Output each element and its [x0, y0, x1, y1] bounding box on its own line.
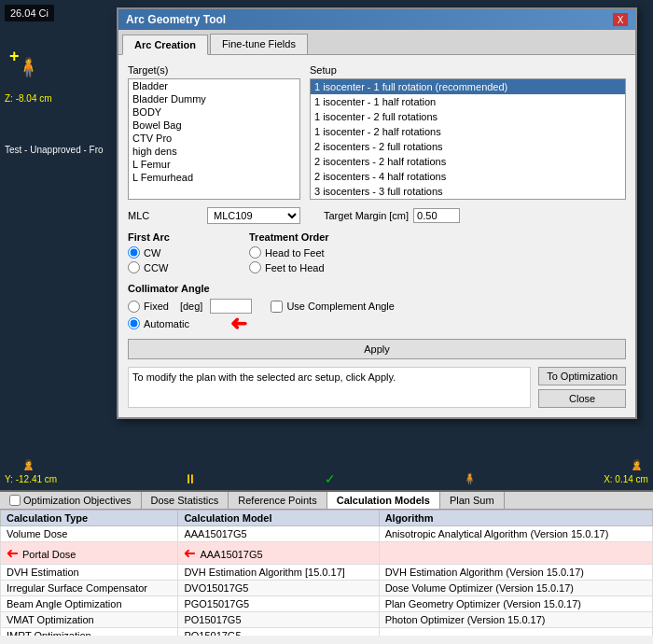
setup-item-0[interactable]: 1 isocenter - 1 full rotation (recommend…: [311, 79, 625, 94]
target-body[interactable]: BODY: [129, 105, 299, 119]
close-button[interactable]: Close: [538, 389, 626, 408]
treatment-order-group: Head to Feet Feet to Head: [249, 246, 626, 273]
cell-calc-type: Beam Angle Optimization: [1, 596, 178, 612]
targets-label: Target(s): [128, 64, 300, 76]
cell-algorithm: [379, 542, 652, 565]
cell-calc-type: IMRT Optimization: [1, 628, 178, 637]
collimator-title: Collimator Angle: [128, 283, 626, 294]
setup-section: Setup 1 isocenter - 1 full rotation (rec…: [310, 64, 626, 200]
setup-item-6[interactable]: 2 isocenters - 4 half rotations: [311, 169, 625, 184]
setup-item-1[interactable]: 1 isocenter - 1 half rotation: [311, 94, 625, 109]
pause-icon: ⏸: [184, 471, 197, 486]
setup-item-7[interactable]: 3 isocenters - 3 full rotations: [311, 184, 625, 199]
dialog-titlebar: Arc Geometry Tool X: [118, 9, 635, 30]
fixed-radio[interactable]: [128, 301, 140, 313]
cw-radio[interactable]: [128, 246, 140, 259]
first-arc-section: First Arc CW CCW: [128, 231, 240, 273]
complement-checkbox[interactable]: [271, 301, 283, 313]
patient-figure-top: 🧍: [17, 56, 40, 78]
target-bladder[interactable]: Bladder: [129, 79, 299, 92]
tab-fine-tune[interactable]: Fine-tune Fields: [210, 34, 308, 54]
target-bladder-dummy[interactable]: Bladder Dummy: [129, 92, 299, 105]
head-to-feet-radio[interactable]: [249, 246, 261, 259]
arc-direction-group: CW CCW: [128, 246, 240, 273]
cell-calc-type: Volume Dose: [1, 526, 178, 542]
targets-listbox-wrapper: Bladder Bladder Dummy BODY Bowel Bag CTV…: [128, 78, 300, 200]
opt-obj-checkbox[interactable]: [9, 495, 21, 506]
cell-calc-model: DVO15017G5: [178, 581, 379, 596]
calc-models-label: Calculation Models: [337, 495, 430, 506]
target-l-femurhead[interactable]: L Femurhead: [129, 171, 299, 184]
dose-overlay: 26.04 Ci: [5, 5, 54, 21]
ccw-radio[interactable]: [128, 261, 140, 273]
cell-calc-type: VMAT Optimization: [1, 612, 178, 628]
cell-calc-model: PGO15017G5: [178, 596, 379, 612]
complement-label[interactable]: Use Complement Angle: [271, 301, 395, 313]
close-x-button[interactable]: X: [613, 13, 628, 26]
automatic-radio[interactable]: [128, 317, 140, 329]
automatic-radio-label[interactable]: Automatic: [128, 317, 189, 329]
tab-arc-creation[interactable]: Arc Creation: [122, 35, 208, 55]
bottom-panel: Optimization Objectives Dose Statistics …: [0, 490, 653, 644]
status-bar: Y: -12.41 cm ⏸ ✓ 🧍 X: 0.14 cm: [0, 470, 653, 487]
feet-to-head-label[interactable]: Feet to Head: [249, 261, 626, 273]
table-row: IMRT OptimizationPO15017G5: [1, 628, 653, 637]
setup-item-5[interactable]: 2 isocenters - 2 half rotations: [311, 154, 625, 169]
cell-calc-model: PO15017G5: [178, 628, 379, 637]
tab-opt-objectives[interactable]: Optimization Objectives: [0, 492, 142, 509]
dose-stats-label: Dose Statistics: [151, 495, 219, 506]
target-margin-label: Target Margin [cm]: [324, 210, 409, 221]
fixed-radio-label[interactable]: Fixed: [128, 301, 169, 313]
setup-item-3[interactable]: 1 isocenter - 2 half rotations: [311, 124, 625, 139]
mlc-row: MLC MLC109 Target Margin [cm]: [128, 207, 626, 224]
arc-treatment-row: First Arc CW CCW Treatment Order: [128, 231, 626, 273]
tab-calc-models[interactable]: Calculation Models: [327, 492, 440, 509]
feet-to-head-radio[interactable]: [249, 261, 261, 273]
head-to-feet-label[interactable]: Head to Feet: [249, 246, 626, 259]
targets-listbox[interactable]: Bladder Bladder Dummy BODY Bowel Bag CTV…: [128, 78, 300, 200]
col-algorithm: Algorithm: [379, 511, 652, 526]
arc-geometry-dialog: Arc Geometry Tool X Arc Creation Fine-tu…: [117, 7, 637, 419]
target-bowel-bag[interactable]: Bowel Bag: [129, 119, 299, 132]
calc-models-table-container: Calculation Type Calculation Model Algor…: [0, 510, 653, 636]
automatic-row: Automatic ➜: [128, 317, 626, 329]
cell-algorithm: [379, 628, 652, 637]
x-coord: X: 0.14 cm: [604, 474, 648, 484]
status-label: Test - Unapproved - Fro: [5, 145, 104, 155]
complement-text: Use Complement Angle: [286, 301, 395, 312]
cell-calc-model: DVH Estimation Algorithm [15.0.17]: [178, 565, 379, 581]
tab-dose-statistics[interactable]: Dose Statistics: [142, 492, 229, 509]
figure-icon: 🧍: [463, 472, 477, 485]
status-message: To modify the plan with the selected arc…: [128, 367, 531, 408]
apply-button[interactable]: Apply: [128, 339, 626, 359]
target-margin-input[interactable]: [413, 208, 460, 223]
tab-reference-points[interactable]: Reference Points: [229, 492, 326, 509]
setup-listbox[interactable]: 1 isocenter - 1 full rotation (recommend…: [310, 78, 626, 200]
opt-obj-label: Optimization Objectives: [23, 495, 132, 506]
table-row: Volume DoseAAA15017G5Anisotropic Analyti…: [1, 526, 653, 542]
treatment-order-label: Treatment Order: [249, 231, 626, 243]
cell-calc-type: DVH Estimation: [1, 565, 178, 581]
collimator-section: Collimator Angle Fixed [deg] Use Complem…: [128, 283, 626, 329]
tab-plan-sum[interactable]: Plan Sum: [440, 492, 505, 509]
ccw-radio-label[interactable]: CCW: [128, 261, 240, 273]
cw-radio-label[interactable]: CW: [128, 246, 240, 259]
target-high-dens[interactable]: high dens: [129, 145, 299, 158]
ref-points-label: Reference Points: [238, 495, 316, 506]
cell-calc-model: AAA15017G5: [178, 526, 379, 542]
mlc-label: MLC: [128, 210, 202, 221]
cell-algorithm: Anisotropic Analytical Algorithm (Versio…: [379, 526, 652, 542]
target-ctv-pro[interactable]: CTV Pro: [129, 132, 299, 145]
automatic-label: Automatic: [144, 318, 189, 329]
to-optimization-button[interactable]: To Optimization: [538, 367, 626, 385]
table-row: ➜Portal Dose➜AAA15017G5: [1, 542, 653, 565]
setup-item-4[interactable]: 2 isocenters - 2 full rotations: [311, 139, 625, 154]
target-l-femur[interactable]: L Femur: [129, 158, 299, 171]
mlc-select[interactable]: MLC109: [207, 207, 300, 224]
col-calc-type: Calculation Type: [1, 511, 178, 526]
apply-row: Apply: [128, 339, 626, 359]
fixed-label: Fixed: [144, 301, 169, 312]
ccw-label: CCW: [144, 262, 168, 273]
setup-item-2[interactable]: 1 isocenter - 2 full rotations: [311, 109, 625, 124]
col-calc-model: Calculation Model: [178, 511, 379, 526]
